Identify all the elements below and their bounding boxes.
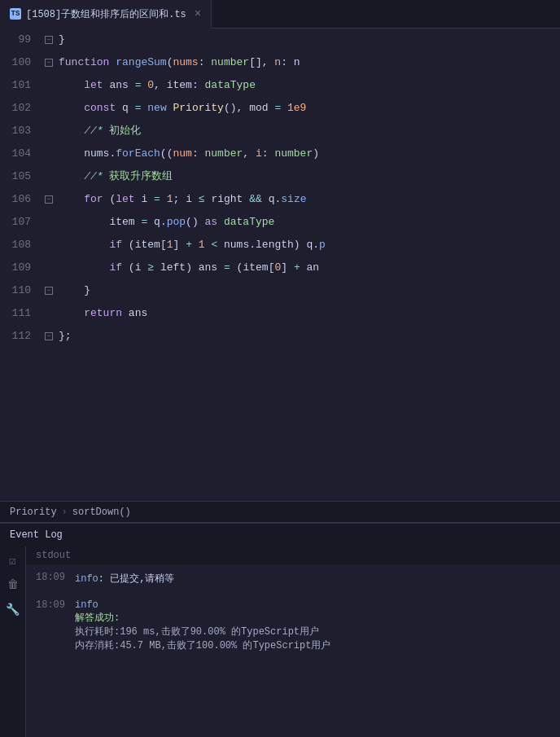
line-number: 105	[0, 165, 42, 188]
line-number: 101	[0, 74, 42, 97]
code-content: };	[55, 325, 560, 348]
code-content: //* 初始化	[55, 120, 560, 143]
log-content: stdout 18:09 info: 已提交,请稍等 18:09 info 解答…	[26, 546, 560, 737]
log-colon-1: :	[98, 573, 104, 585]
code-line-105: 105 //* 获取升序数组	[0, 165, 560, 188]
code-line-107: 107 item = q.pop() as dataType	[0, 211, 560, 234]
fold-gutter	[42, 120, 55, 143]
log-time-2: 18:09	[36, 599, 65, 611]
log-info-label-1: info	[75, 573, 98, 585]
fold-icon[interactable]: −	[45, 195, 53, 204]
code-editor[interactable]: 99 − } 100 − function rangeSum(nums: num…	[0, 29, 560, 501]
fold-gutter	[42, 234, 55, 257]
code-line-111: 111 return ans	[0, 302, 560, 325]
tab-label: [1508]子数组和排序后的区间和.ts	[26, 7, 186, 21]
ts-icon: TS	[10, 8, 21, 20]
fold-gutter	[42, 257, 55, 279]
log-message-1: 已提交,请稍等	[104, 573, 174, 585]
line-number: 104	[0, 143, 42, 165]
fold-gutter	[42, 143, 55, 165]
log-line-0: 解答成功:	[75, 612, 120, 624]
code-line-112: 112 − };	[0, 325, 560, 348]
fold-icon[interactable]: −	[45, 332, 53, 340]
code-content: if (i ≥ left) ans = (item[0] + an	[55, 257, 560, 279]
code-content: const q = new Priority(), mod = 1e9	[55, 97, 560, 120]
fold-gutter	[42, 74, 55, 97]
breadcrumb-separator: ›	[62, 507, 68, 518]
line-number: 100	[0, 51, 42, 74]
close-tab-button[interactable]: ×	[195, 7, 201, 20]
fold-gutter[interactable]: −	[42, 51, 55, 74]
fold-gutter	[42, 165, 55, 188]
code-line-104: 104 nums.forEach((num: number, i: number…	[0, 143, 560, 165]
tab-bar: TS [1508]子数组和排序后的区间和.ts ×	[0, 0, 560, 29]
log-entry-2: 18:09 info 解答成功: 执行耗时:196 ms,击败了90.00% 的…	[26, 593, 560, 660]
line-number: 108	[0, 234, 42, 257]
line-number: 103	[0, 120, 42, 143]
fold-gutter	[42, 211, 55, 234]
active-tab[interactable]: TS [1508]子数组和排序后的区间和.ts ×	[0, 0, 212, 29]
breadcrumb-class[interactable]: Priority	[10, 507, 57, 518]
code-line-101: 101 let ans = 0, item: dataType	[0, 74, 560, 97]
code-content: return ans	[55, 302, 560, 325]
fold-gutter[interactable]: −	[42, 29, 55, 51]
delete-icon[interactable]: 🗑	[6, 577, 20, 592]
log-info-label-2: info	[75, 599, 98, 611]
line-number: 112	[0, 325, 42, 348]
line-number: 106	[0, 188, 42, 211]
code-content: if (item[1] + 1 < nums.length) q.p	[55, 234, 560, 257]
line-number: 102	[0, 97, 42, 120]
code-line-99: 99 − }	[0, 29, 560, 51]
code-line-103: 103 //* 初始化	[0, 120, 560, 143]
code-line-102: 102 const q = new Priority(), mod = 1e9	[0, 97, 560, 120]
log-stdout-row: stdout	[26, 546, 560, 565]
breadcrumb-method[interactable]: sortDown()	[72, 507, 131, 518]
line-number: 99	[0, 29, 42, 51]
stdout-label: stdout	[36, 550, 71, 561]
code-content: let ans = 0, item: dataType	[55, 74, 560, 97]
fold-icon[interactable]: −	[45, 59, 53, 67]
line-number: 110	[0, 279, 42, 302]
log-body-2: info 解答成功: 执行耗时:196 ms,击败了90.00% 的TypeSc…	[75, 599, 550, 652]
log-body-1: info: 已提交,请稍等	[75, 572, 550, 586]
log-line-1: 执行耗时:196 ms,击败了90.00% 的TypeScript用户	[75, 626, 319, 638]
log-sidebar: ☑ 🗑 🔧	[0, 546, 26, 737]
log-entry-1: 18:09 info: 已提交,请稍等	[26, 565, 560, 593]
code-content: item = q.pop() as dataType	[55, 211, 560, 234]
event-log-header: Event Log	[0, 522, 560, 546]
code-content: }	[55, 29, 560, 51]
code-line-110: 110 − }	[0, 279, 560, 302]
code-content: for (let i = 1; i ≤ right && q.size	[55, 188, 560, 211]
log-time-1: 18:09	[36, 572, 65, 583]
fold-gutter[interactable]: −	[42, 279, 55, 302]
line-number: 109	[0, 257, 42, 279]
breadcrumb: Priority › sortDown()	[0, 501, 560, 522]
event-log-title: Event Log	[10, 529, 63, 541]
tool-icon[interactable]: 🔧	[6, 602, 20, 616]
code-line-106: 106 − for (let i = 1; i ≤ right && q.siz…	[0, 188, 560, 211]
code-line-109: 109 if (i ≥ left) ans = (item[0] + an	[0, 257, 560, 279]
code-line-100: 100 − function rangeSum(nums: number[], …	[0, 51, 560, 74]
fold-icon[interactable]: −	[45, 287, 53, 295]
fold-icon[interactable]: −	[45, 36, 53, 44]
fold-gutter[interactable]: −	[42, 188, 55, 211]
fold-gutter	[42, 302, 55, 325]
code-content: }	[55, 279, 560, 302]
fold-gutter	[42, 97, 55, 120]
task-icon[interactable]: ☑	[6, 553, 20, 568]
code-content: nums.forEach((num: number, i: number)	[55, 143, 560, 165]
code-content: //* 获取升序数组	[55, 165, 560, 188]
line-number: 111	[0, 302, 42, 325]
code-content: function rangeSum(nums: number[], n: n	[55, 51, 560, 74]
event-log-area: ☑ 🗑 🔧 stdout 18:09 info: 已提交,请稍等 18:09 i…	[0, 546, 560, 737]
line-number: 107	[0, 211, 42, 234]
fold-gutter[interactable]: −	[42, 325, 55, 348]
code-line-108: 108 if (item[1] + 1 < nums.length) q.p	[0, 234, 560, 257]
log-line-2: 内存消耗:45.7 MB,击败了100.00% 的TypeScript用户	[75, 640, 330, 651]
